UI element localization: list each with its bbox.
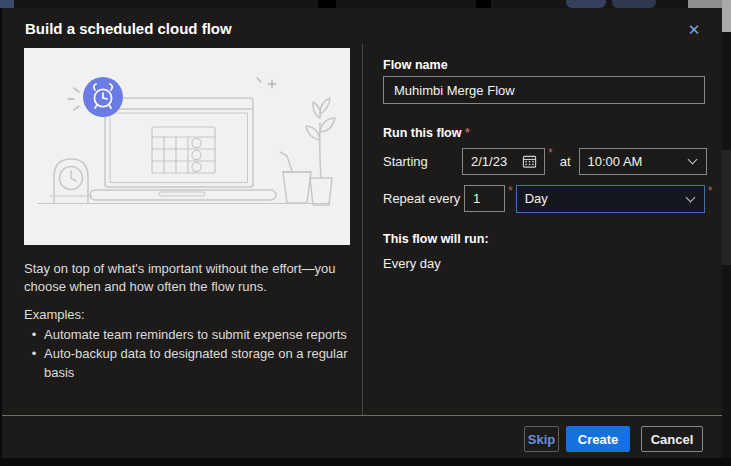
list-item: • Automate team reminders to submit expe… [24,326,364,345]
repeat-row: Repeat every * Day * [383,184,719,213]
background-page-bottom [0,458,731,466]
example-text: Auto-backup data to designated storage o… [44,345,364,383]
backdrop-blob [612,0,656,8]
frequency-select[interactable]: Day [516,185,705,213]
close-button[interactable]: ✕ [682,18,706,42]
backdrop-block [476,0,491,8]
summary-value: Every day [383,256,441,271]
scheduled-flow-dialog: Build a scheduled cloud flow ✕ [2,8,722,458]
examples-list: • Automate team reminders to submit expe… [24,326,364,383]
background-page-right [722,0,731,458]
calendar-icon[interactable] [522,154,537,169]
backdrop-block [722,150,731,265]
start-date-value: 2/1/23 [463,154,522,169]
at-label: at [560,154,571,169]
summary-label: This flow will run: [383,232,489,246]
required-asterisk: * [465,126,470,140]
repeat-every-label: Repeat every [383,191,464,206]
drink-cup [280,152,311,203]
alarm-clock-badge-icon [83,77,123,117]
required-asterisk: * [548,146,553,160]
start-date-field[interactable]: 2/1/23 [462,148,545,175]
flow-name-input[interactable] [383,76,705,104]
start-time-value: 10:00 AM [580,154,685,169]
backdrop-blob [0,0,14,8]
chevron-down-icon [688,155,698,165]
dialog-title: Build a scheduled cloud flow [25,20,232,37]
close-icon: ✕ [688,21,701,39]
horizontal-divider [2,415,722,416]
illustration [24,48,350,245]
required-asterisk: * [708,184,713,198]
start-time-select[interactable]: 10:00 AM [579,148,707,175]
bullet-icon: • [24,326,44,345]
vertical-divider [362,44,363,415]
interval-input[interactable] [464,185,505,212]
backdrop-block [722,0,731,32]
screen: Build a scheduled cloud flow ✕ [0,0,731,466]
mantle-clock [50,159,92,203]
laptop-screen [105,98,253,187]
create-button[interactable]: Create [566,426,630,452]
background-page-top [0,0,731,8]
intro-text: Stay on top of what's important without … [24,260,358,296]
example-text: Automate team reminders to submit expens… [44,326,347,345]
run-this-flow-label: Run this flow * [383,126,470,140]
examples-label: Examples: [24,307,85,322]
backdrop-block [318,0,336,8]
flow-name-label: Flow name [383,58,448,72]
frequency-value: Day [517,191,683,206]
starting-row: Starting 2/1/23 * at 10:00 AM [383,147,707,175]
scheduled-flow-illustration [24,48,350,245]
cancel-button[interactable]: Cancel [641,426,703,452]
required-asterisk: * [508,184,513,198]
calendar-grid [152,127,215,173]
chevron-down-icon [685,192,695,202]
list-item: • Auto-backup data to designated storage… [24,345,364,383]
potted-plant [306,98,335,205]
starting-label: Starting [383,154,462,169]
bullet-icon: • [24,345,44,383]
backdrop-blob [566,0,606,8]
run-this-flow-text: Run this flow [383,126,461,140]
skip-button[interactable]: Skip [524,426,559,452]
